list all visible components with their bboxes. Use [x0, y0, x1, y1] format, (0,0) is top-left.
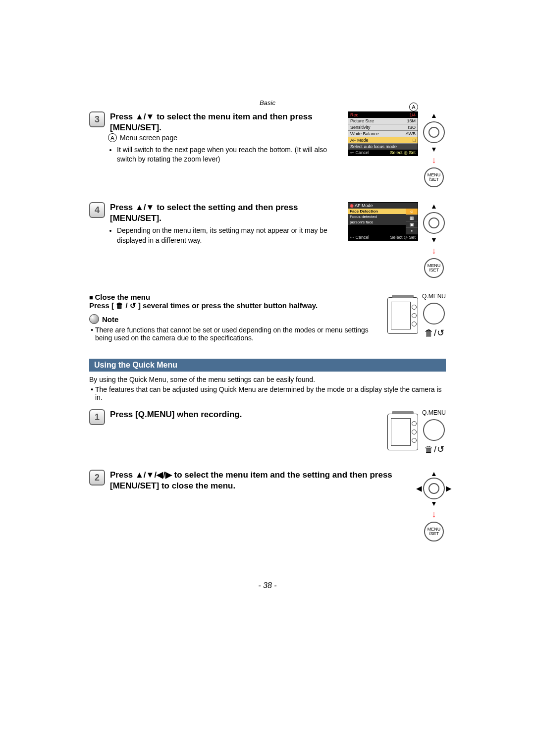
- down-arrow-icon: ▼: [430, 499, 437, 507]
- menu2-row3: person's face: [348, 219, 406, 225]
- menu-row-label: AF Mode: [350, 138, 369, 143]
- step-number-1: 1: [89, 409, 105, 425]
- black-square-icon: ■: [89, 294, 95, 301]
- step-3-title: Press ▲/▼ to select the menu item and th…: [110, 111, 343, 133]
- dpad-ring-icon: [423, 478, 445, 499]
- step4-title-pre: Press: [110, 203, 135, 212]
- trash-return-icon: 🗑 / ↺: [114, 301, 138, 310]
- qstep2-pre: Press: [110, 470, 135, 480]
- close-menu-heading: Close the menu: [95, 293, 150, 301]
- up-arrow-icon: ▲: [430, 202, 437, 210]
- menu2-cancel: ⤺ Cancel: [350, 235, 370, 240]
- menu-screen-page-label: Menu screen page: [120, 133, 177, 143]
- red-down-arrow-icon: ↓: [432, 246, 436, 256]
- page-number: - 38 -: [89, 581, 446, 590]
- menu2-title: AF Mode: [355, 203, 373, 208]
- step-number-3: 3: [89, 111, 105, 127]
- qstep1-title: Press [Q.MENU] when recording.: [110, 409, 242, 420]
- menu2-select: Select ◎ Set: [390, 235, 416, 240]
- qmenu-label: Q.MENU: [422, 293, 446, 300]
- up-down-arrows: ▲/▼: [135, 112, 154, 121]
- quick-menu-intro: By using the Quick Menu, some of the men…: [89, 376, 446, 383]
- section-header: Basic: [89, 99, 446, 107]
- menu-set-button-icon: MENU /SET: [424, 167, 444, 187]
- step-number-4: 4: [89, 202, 105, 218]
- dpad-ring-icon: [423, 121, 445, 143]
- note-label: Note: [102, 315, 118, 324]
- af-mode-icon: ◉: [350, 203, 354, 208]
- step-number-2: 2: [89, 470, 105, 486]
- menu-set-button-icon: MENU /SET: [424, 258, 444, 278]
- trash-return-icon: 🗑 / ↺: [425, 327, 443, 338]
- red-down-arrow-icon: ↓: [432, 509, 436, 520]
- dpad-diagram: ▲ ▼ ↓ MENU /SET: [422, 202, 446, 278]
- menu-title: Rec: [350, 112, 358, 117]
- button-circle-icon: [423, 303, 445, 324]
- step3-bullet: It will switch to the next page when you…: [117, 145, 343, 164]
- camera-icon: [387, 297, 418, 334]
- camera-icon: [387, 414, 418, 450]
- close-line-pre: Press [: [89, 301, 114, 310]
- menu-row-label: White Balance: [350, 131, 379, 136]
- qstep-2: 2 Press ▲/▼/◀/▶ to select the menu item …: [89, 470, 446, 541]
- four-way-arrows: ▲/▼/◀/▶: [135, 470, 172, 480]
- right-arrow-icon: ▶: [446, 484, 452, 493]
- note-icon: [89, 314, 99, 324]
- button-circle-icon: [423, 419, 445, 441]
- menu-row-label: Sensitivity: [350, 125, 371, 130]
- menu-set-button-icon: MENU /SET: [424, 522, 444, 541]
- dpad-ring-icon: [423, 212, 445, 234]
- step-4-title: Press ▲/▼ to select the setting and then…: [110, 202, 343, 224]
- step3-title-pre: Press: [110, 112, 135, 121]
- camera-qmenu-diagram: Q.MENU 🗑 / ↺: [387, 409, 446, 455]
- menu2-row1: Face Detection: [348, 209, 406, 214]
- menu2-row2: Focus detected: [348, 214, 406, 219]
- menu-row-value: 16M: [407, 118, 416, 123]
- close-line-post: ] several times or press the shutter but…: [138, 301, 318, 310]
- left-arrow-icon: ◀: [416, 484, 422, 493]
- step4-bullet: Depending on the menu item, its setting …: [117, 226, 343, 245]
- qstep2-title: Press ▲/▼/◀/▶ to select the menu item an…: [110, 470, 417, 491]
- af-option-multi-icon: ▣: [406, 221, 418, 228]
- qmenu-label: Q.MENU: [422, 409, 446, 416]
- menu-row-value: ISO: [408, 125, 416, 130]
- dpad-4way-diagram: ▲ ◀ ▶ ▼ ↓ MENU /SET: [422, 470, 446, 541]
- step-3: 3 Press ▲/▼ to select the menu item and …: [89, 111, 446, 187]
- quick-menu-heading: Using the Quick Menu: [89, 359, 446, 372]
- menu-cancel: ⤺ Cancel: [350, 150, 370, 155]
- menu-select: Select ◎ Set: [390, 150, 416, 155]
- quick-menu-bullet: The features that can be adjusted using …: [95, 385, 446, 401]
- menu-hint: Select auto focus mode: [348, 144, 418, 150]
- menu-page-indicator: 1/4: [409, 112, 416, 117]
- af-option-tracking-icon: ▦: [406, 215, 418, 221]
- up-down-arrows: ▲/▼: [135, 203, 154, 212]
- close-menu-section: ■ Close the menu Press [ 🗑 / ↺ ] several…: [89, 293, 446, 344]
- camera-qmenu-diagram: Q.MENU 🗑 / ↺: [387, 293, 446, 338]
- step-4: 4 Press ▲/▼ to select the setting and th…: [89, 202, 446, 278]
- af-option-spot-icon: ▪: [406, 228, 418, 234]
- up-arrow-icon: ▲: [430, 111, 437, 119]
- callout-a-marker: A: [108, 133, 117, 142]
- menu-row-value: AWB: [406, 131, 416, 136]
- up-arrow-icon: ▲: [430, 470, 437, 478]
- menu-screen-diagram: Rec1/4 Picture Size16M SensitivityISO Wh…: [348, 111, 418, 156]
- menu-row-value: □: [413, 138, 416, 143]
- close-menu-instruction: Press [ 🗑 / ↺ ] several times or press t…: [89, 301, 382, 310]
- note-bullet: There are functions that cannot be set o…: [95, 326, 382, 342]
- menu-row-label: Picture Size: [350, 118, 374, 123]
- af-mode-menu-diagram: ◉AF Mode Face Detection Focus detected p…: [348, 202, 418, 241]
- down-arrow-icon: ▼: [430, 145, 437, 153]
- qstep-1: 1 Press [Q.MENU] when recording. Q.MENU …: [89, 409, 446, 455]
- af-option-face-icon: ☺: [406, 209, 418, 215]
- down-arrow-icon: ▼: [430, 236, 437, 244]
- dpad-diagram: ▲ ▼ ↓ MENU /SET: [422, 111, 446, 187]
- trash-return-icon: 🗑 / ↺: [425, 444, 443, 455]
- red-down-arrow-icon: ↓: [432, 155, 436, 165]
- callout-a-icon: A: [409, 103, 418, 111]
